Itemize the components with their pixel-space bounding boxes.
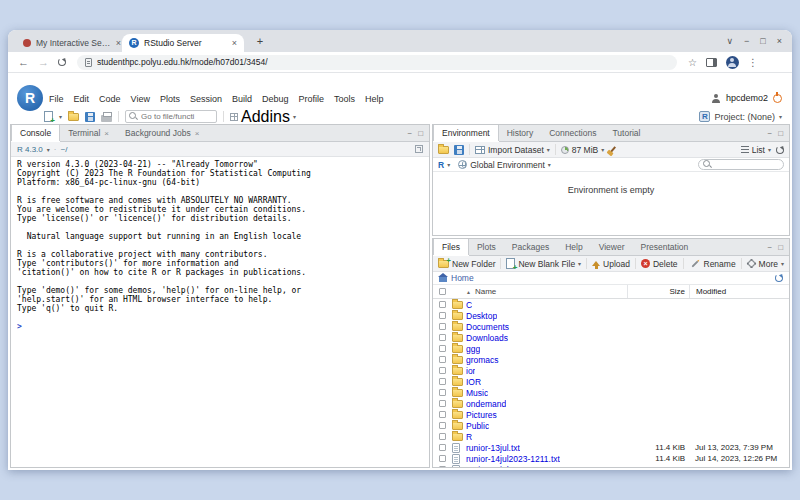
site-info-icon[interactable] [85,58,92,67]
tab-close-icon[interactable]: × [116,38,121,48]
tab-history[interactable]: History [499,125,541,141]
minimize-pane-icon[interactable]: − [407,129,412,138]
menu-item[interactable]: View [126,93,155,106]
file-name-link[interactable]: Documents [466,322,509,332]
maximize-pane-icon[interactable]: □ [778,243,783,252]
file-name-link[interactable]: Public [466,421,489,431]
save-workspace-icon[interactable] [454,145,464,155]
row-checkbox[interactable] [439,334,446,341]
file-name-link[interactable]: R [466,432,472,442]
environment-search-input[interactable] [715,160,779,169]
menu-item[interactable]: Session [185,93,227,106]
file-row[interactable]: Music [433,387,789,398]
file-name-link[interactable]: ondemand [466,399,506,409]
row-checkbox[interactable] [439,389,446,396]
file-row[interactable]: Documents [433,321,789,332]
close-icon[interactable]: × [104,129,109,138]
tab-packages[interactable]: Packages [504,239,557,255]
tab-search-icon[interactable]: ∨ [726,36,733,46]
row-checkbox[interactable] [439,455,446,462]
minimize-pane-icon[interactable]: − [767,243,772,252]
tab-files[interactable]: Files [433,239,469,255]
file-name-link[interactable]: runior-14jul2023.txt [466,465,539,469]
goto-file-search[interactable] [125,110,217,123]
import-dataset-button[interactable]: Import Dataset ▾ [475,145,550,155]
row-checkbox[interactable] [439,301,446,308]
file-row[interactable]: IOR [433,376,789,387]
new-blank-file-button[interactable]: New Blank File ▾ [506,258,581,269]
file-name-link[interactable]: Downloads [466,333,508,343]
maximize-pane-icon[interactable]: □ [418,129,423,138]
close-icon[interactable]: × [777,36,782,46]
sign-out-power-icon[interactable] [773,94,782,103]
menu-item[interactable]: Help [360,93,389,106]
username[interactable]: hpcdemo2 [726,93,768,103]
file-row[interactable]: ior [433,365,789,376]
row-checkbox[interactable] [439,422,446,429]
tab-connections[interactable]: Connections [541,125,604,141]
row-checkbox[interactable] [439,312,446,319]
menu-item[interactable]: Tools [329,93,360,106]
file-name-link[interactable]: runior-14jul2023-1211.txt [466,454,560,464]
bookmark-star-icon[interactable]: ☆ [688,57,697,68]
file-row[interactable]: Desktop [433,310,789,321]
file-row[interactable]: gromacs [433,354,789,365]
browser-menu-icon[interactable]: ⋮ [748,57,758,68]
file-row[interactable]: C [433,299,789,310]
row-checkbox[interactable] [439,323,446,330]
clear-objects-broom-icon[interactable] [610,146,616,153]
file-row[interactable]: Pictures [433,409,789,420]
file-row[interactable]: runior-14jul2023-1211.txt 11.4 KiB Jul 1… [433,453,789,464]
r-version-label[interactable]: R 4.3.0 [17,145,43,154]
project-selector[interactable]: R Project: (None) ▾ [699,111,782,122]
file-name-link[interactable]: IOR [466,377,481,387]
refresh-files-icon[interactable] [775,274,783,282]
file-row[interactable]: ggg [433,343,789,354]
tab-background-jobs[interactable]: Background Jobs × [117,125,207,141]
row-checkbox[interactable] [439,466,446,468]
row-checkbox[interactable] [439,411,446,418]
language-selector[interactable]: R ▾ [438,160,450,170]
file-row[interactable]: runior-13jul.txt 11.4 KiB Jul 13, 2023, … [433,442,789,453]
file-row[interactable]: ondemand [433,398,789,409]
forward-icon[interactable]: → [38,56,49,68]
minimize-pane-icon[interactable]: − [767,129,772,138]
working-directory-link[interactable]: ~/ [60,145,67,154]
delete-button[interactable]: Delete [641,259,678,269]
menu-item[interactable]: Debug [257,93,294,106]
more-menu-button[interactable]: More ▾ [747,259,784,269]
row-checkbox[interactable] [439,433,446,440]
load-workspace-icon[interactable] [438,146,449,154]
maximize-pane-icon[interactable]: □ [778,129,783,138]
menu-item[interactable]: File [44,93,69,106]
file-name-link[interactable]: gromacs [466,355,499,365]
tab-tutorial[interactable]: Tutorial [604,125,648,141]
tab-environment[interactable]: Environment [433,125,499,141]
new-file-chevron-icon[interactable]: ▾ [59,113,62,120]
browser-tab-rstudio[interactable]: R RStudio Server × [122,34,244,52]
file-name-link[interactable]: runior-13jul.txt [466,443,520,453]
environment-search[interactable] [698,159,784,170]
menu-item[interactable]: Profile [294,93,330,106]
addins-menu[interactable]: Addins ▾ [230,108,296,126]
file-row[interactable]: Downloads [433,332,789,343]
memory-usage-button[interactable]: 87 MiB ▾ [561,145,604,155]
new-tab-button[interactable]: + [252,33,268,49]
print-icon[interactable] [101,115,112,122]
tab-console[interactable]: Console [11,125,60,141]
column-size[interactable]: Size [627,285,689,298]
file-name-link[interactable]: Pictures [466,410,497,420]
row-checkbox[interactable] [439,367,446,374]
file-row[interactable]: Public [433,420,789,431]
browser-tab-sessions[interactable]: My Interactive Sessions - Student × [16,34,128,52]
refresh-environment-icon[interactable] [776,146,784,154]
tab-presentation[interactable]: Presentation [633,239,697,255]
file-row[interactable]: runior-14jul2023.txt 11.4 KiB Jul 14, 20… [433,464,789,468]
open-new-window-icon[interactable] [415,145,423,153]
new-folder-button[interactable]: New Folder [438,259,495,269]
back-icon[interactable]: ← [18,56,29,68]
menu-item[interactable]: Edit [69,93,95,106]
file-name-link[interactable]: C [466,300,472,310]
upload-button[interactable]: Upload [592,259,630,269]
file-name-link[interactable]: ior [466,366,475,376]
